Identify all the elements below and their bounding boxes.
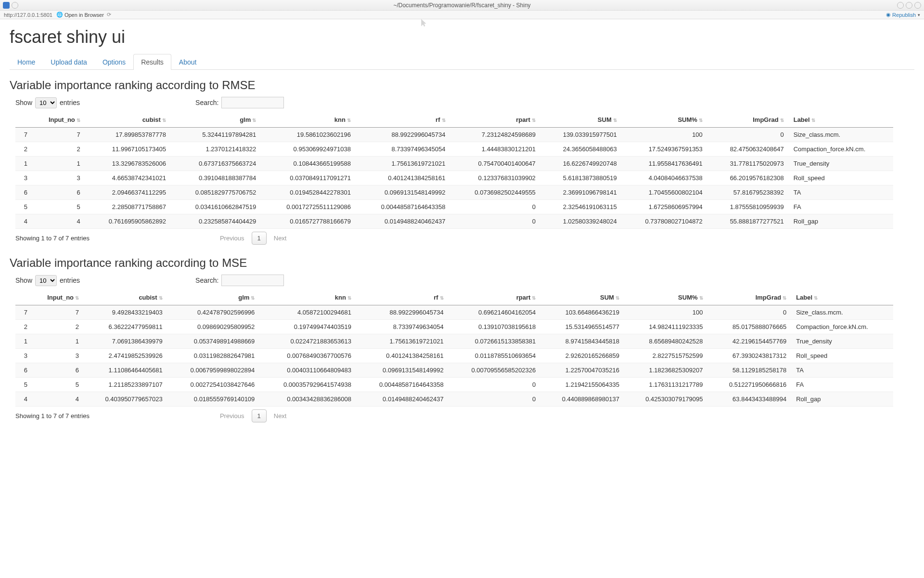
open-in-browser-button[interactable]: 🌐 Open in Browser: [56, 12, 104, 18]
tab-about[interactable]: About: [171, 54, 205, 70]
cell: 1.44483830121201: [450, 142, 540, 157]
publish-icon: ◉: [886, 12, 891, 18]
cell: 8.73397496345054: [356, 142, 450, 157]
column-label: SUM: [598, 116, 612, 123]
table-row: 226.362224779598110.0986902958099520.197…: [15, 320, 893, 334]
tab-results[interactable]: Results: [133, 54, 171, 70]
section-title-mse: Variable importance ranking according to…: [10, 256, 914, 270]
entries-select[interactable]: 10: [35, 97, 57, 108]
cell: 0.0969131548149992: [356, 185, 450, 200]
column-header[interactable]: rpart⇅: [450, 112, 540, 128]
back-icon[interactable]: [12, 2, 18, 9]
column-header[interactable]: SUM%⇅: [622, 112, 707, 128]
page-1-button[interactable]: 1: [252, 232, 267, 245]
search-input[interactable]: [221, 97, 284, 108]
column-header[interactable]: rf⇅: [356, 290, 449, 305]
column-header[interactable]: knn⇅: [261, 112, 356, 128]
cell: Compaction_force.kN.cm.: [791, 320, 893, 334]
cell: 6: [15, 185, 32, 200]
sort-icon: ⇅: [699, 295, 703, 301]
cell: 1: [15, 334, 32, 349]
column-header[interactable]: ImpGrad⇅: [708, 290, 792, 305]
cell: 4: [32, 214, 85, 229]
column-header[interactable]: rpart⇅: [449, 290, 541, 305]
column-header[interactable]: Input_no⇅: [32, 290, 84, 305]
refresh-icon[interactable]: ⟳: [107, 12, 111, 18]
cell: 2.09466374112295: [85, 185, 171, 200]
cell: 1.70455600802104: [622, 185, 707, 200]
cell: 42.2196154457769: [708, 334, 792, 349]
cell: 4: [15, 392, 32, 407]
cell: 63.8443433488994: [708, 392, 792, 407]
sort-icon: ⇅: [616, 295, 619, 301]
cell: 1.21942155064335: [540, 378, 624, 392]
page-1-button[interactable]: 1: [252, 409, 267, 422]
column-header[interactable]: [15, 290, 32, 305]
search-input[interactable]: [221, 275, 284, 286]
cell: Size_class.mcm.: [789, 128, 893, 142]
cell: 67.3930243817312: [708, 349, 792, 363]
cell: 0.00403110664809483: [259, 363, 356, 378]
column-header[interactable]: Input_no⇅: [32, 112, 85, 128]
next-button[interactable]: Next: [269, 232, 292, 244]
cell: 0.197499474403519: [259, 320, 356, 334]
sort-icon: ⇅: [162, 118, 166, 123]
column-header[interactable]: [15, 112, 32, 128]
cell: 0.401241384258161: [356, 349, 449, 363]
table-row: 7717.8998537877785.3244119789428119.5861…: [15, 128, 893, 142]
cell: 1.18236825309207: [624, 363, 708, 378]
column-header[interactable]: cubist⇅: [85, 112, 171, 128]
cell: 0.0149488240462437: [356, 392, 449, 407]
table-row: 1113.32967835260060.6737163756637240.108…: [15, 157, 893, 171]
cell: 0.761695905862892: [85, 214, 171, 229]
entries-label: entries: [60, 276, 80, 284]
search-control: Search:: [195, 275, 284, 286]
tab-upload-data[interactable]: Upload data: [43, 54, 95, 70]
tab-home[interactable]: Home: [10, 54, 43, 70]
cell: 58.1129185258178: [708, 363, 792, 378]
cell: 7: [15, 305, 32, 320]
column-header[interactable]: glm⇅: [167, 290, 260, 305]
close-icon[interactable]: [914, 2, 921, 9]
republish-label: Republish: [892, 12, 916, 18]
republish-button[interactable]: ◉ Republish: [886, 12, 916, 18]
cell: 4: [15, 214, 32, 229]
length-control: Show 10 entries: [15, 275, 80, 286]
cell: 7: [32, 128, 85, 142]
cell: 0.425303079179095: [624, 392, 708, 407]
next-button[interactable]: Next: [269, 410, 292, 422]
column-header[interactable]: SUM⇅: [540, 290, 624, 305]
entries-select[interactable]: 10: [35, 275, 57, 286]
cell: 0.0194528442278301: [261, 185, 356, 200]
column-header[interactable]: Label⇅: [789, 112, 893, 128]
cell: 7.0691386439979: [84, 334, 167, 349]
cell: 5: [32, 378, 84, 392]
cell: 0.0537498914988669: [167, 334, 260, 349]
cell: TA: [791, 363, 893, 378]
column-label: knn: [335, 294, 346, 301]
minimize-icon[interactable]: [897, 2, 904, 9]
column-header[interactable]: rf⇅: [356, 112, 450, 128]
cell: 16.6226749920748: [540, 157, 622, 171]
column-label: Input_no: [49, 116, 75, 123]
column-header[interactable]: ImpGrad⇅: [707, 112, 789, 128]
cell: 0.108443665199588: [261, 157, 356, 171]
republish-dropdown-icon[interactable]: ▾: [918, 13, 920, 17]
tab-options[interactable]: Options: [95, 54, 133, 70]
column-header[interactable]: SUM%⇅: [624, 290, 708, 305]
prev-button[interactable]: Previous: [215, 232, 250, 244]
column-label: ImpGrad: [753, 116, 778, 123]
column-header[interactable]: Label⇅: [791, 290, 893, 305]
rmse-table: Input_no⇅cubist⇅glm⇅knn⇅rf⇅rpart⇅SUM⇅SUM…: [15, 112, 893, 229]
column-header[interactable]: glm⇅: [171, 112, 261, 128]
cell: 103.664866436219: [540, 305, 624, 320]
column-header[interactable]: SUM⇅: [540, 112, 622, 128]
maximize-icon[interactable]: [906, 2, 912, 9]
column-header[interactable]: knn⇅: [259, 290, 356, 305]
prev-button[interactable]: Previous: [215, 410, 250, 422]
cell: TA: [789, 185, 893, 200]
cell: 0.00272541038427646: [167, 378, 260, 392]
cell: 0: [707, 128, 789, 142]
column-header[interactable]: cubist⇅: [84, 290, 167, 305]
cell: 0.00768490367700576: [259, 349, 356, 363]
